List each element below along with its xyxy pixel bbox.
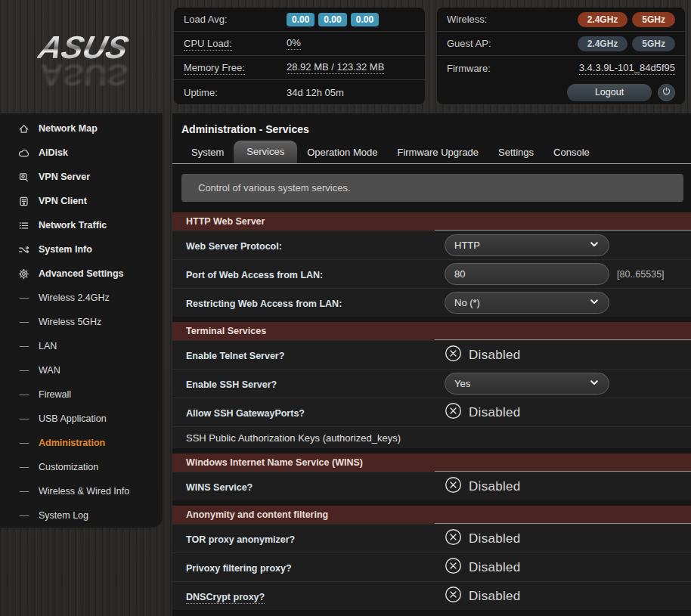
status-text: Disabled	[469, 531, 521, 546]
firmware-version: 3.4.3.9L-101_84d5f95	[579, 62, 675, 75]
text-input[interactable]	[445, 263, 609, 285]
status-row-value: 28.92 MB / 123.32 MB	[287, 61, 384, 74]
band-badge[interactable]: 2.4GHz	[578, 36, 628, 51]
sidebar-item-aidisk[interactable]: AiDisk	[0, 141, 163, 165]
logout-button[interactable]: Logout	[567, 84, 652, 101]
sidebar-item-label: VPN Client	[39, 196, 87, 206]
sidebar-item-firewall[interactable]: —Firewall	[0, 382, 163, 407]
select-control[interactable]: Yes	[445, 373, 609, 395]
section-header-rule	[435, 230, 691, 231]
settings-row: Web Server Protocol:HTTP	[172, 231, 691, 259]
settings-row: WINS Service?Disabled	[172, 472, 691, 500]
tab-operation-mode[interactable]: Operation Mode	[297, 142, 387, 163]
sidebar-item-usb-application[interactable]: —USB Application	[0, 407, 163, 431]
select-control[interactable]: No (*)	[445, 292, 609, 314]
input-range-hint: [80..65535]	[617, 269, 665, 280]
select-control[interactable]: HTTP	[445, 234, 609, 256]
chevron-down-icon	[589, 377, 600, 390]
sidebar-sub-dash: —	[18, 317, 30, 327]
sidebar-item-lan[interactable]: —LAN	[0, 334, 163, 358]
row-label-text: DNSCrypt proxy?	[186, 592, 265, 604]
row-value: Yes	[435, 373, 691, 395]
tab-firmware-upgrade[interactable]: Firmware Upgrade	[387, 142, 488, 163]
vpn-client-icon	[18, 195, 30, 207]
row-label: Privoxy filtering proxy?	[172, 561, 435, 574]
tab-services[interactable]: Services	[234, 141, 297, 163]
status-toggle[interactable]: Disabled	[445, 345, 521, 365]
sidebar-item-wireless-2-4ghz[interactable]: —Wireless 2.4GHz	[0, 286, 163, 310]
sidebar-sub-dash: —	[18, 486, 30, 497]
sidebar-item-wan[interactable]: —WAN	[0, 358, 163, 382]
section-header-label: Terminal Services	[186, 326, 266, 336]
row-value: No (*)	[435, 292, 691, 314]
status-toggle[interactable]: Disabled	[445, 557, 521, 577]
system-info-icon	[18, 243, 30, 255]
tab-settings[interactable]: Settings	[488, 142, 544, 163]
sidebar-sub-dash: —	[18, 389, 30, 400]
status-row-label: Memory Free:	[184, 62, 287, 73]
section-header-label: HTTP Web Server	[186, 216, 265, 227]
sidebar-item-advanced-settings[interactable]: Advanced Settings	[0, 262, 163, 286]
chevron-down-icon	[589, 239, 600, 252]
settings-row: Privoxy filtering proxy?Disabled	[172, 553, 691, 581]
band-badge[interactable]: 2.4GHz	[578, 12, 628, 27]
sidebar-item-label: Network Map	[39, 123, 98, 134]
sidebar-item-wireless-5ghz[interactable]: —Wireless 5GHz	[0, 310, 163, 334]
sidebar-item-label: System Info	[39, 244, 92, 255]
section-header: Terminal Services	[172, 322, 691, 340]
sidebar-item-network-map[interactable]: Network Map	[0, 116, 163, 141]
row-label-text: Allow SSH GatewayPorts?	[186, 408, 305, 419]
sidebar-item-customization[interactable]: —Customization	[0, 455, 163, 479]
tab-console[interactable]: Console	[544, 142, 600, 163]
load-avg-badge: 0.00	[351, 13, 379, 26]
sidebar-item-label: WAN	[39, 365, 60, 376]
settings-row: Port of Web Access from LAN:[80..65535]	[172, 259, 691, 288]
sidebar-item-system-log[interactable]: —System Log	[0, 503, 163, 528]
section-header: Windows Internet Name Service (WINS)	[172, 453, 691, 472]
power-icon	[662, 85, 671, 99]
status-toggle[interactable]: Disabled	[445, 528, 521, 549]
reboot-button[interactable]	[658, 84, 675, 101]
status-toggle[interactable]: Disabled	[445, 476, 521, 497]
sidebar-sub-dash: —	[18, 413, 30, 424]
settings-row: Restricting Web Access from LAN:No (*)	[172, 288, 691, 317]
wireless-row-value: 2.4GHz5GHz	[573, 36, 675, 51]
row-label-text: TOR proxy anonymizer?	[186, 534, 295, 545]
sidebar-item-wireless-wired-info[interactable]: —Wireless & Wired Info	[0, 479, 163, 503]
chevron-down-icon	[589, 296, 600, 309]
sidebar-item-system-info[interactable]: System Info	[0, 237, 163, 262]
row-label-text: Web Server Protocol:	[186, 241, 282, 252]
status-toggle[interactable]: Disabled	[445, 586, 521, 606]
status-toggle[interactable]: Disabled	[445, 402, 521, 423]
row-label: SSH Public Authorization Keys (authorize…	[172, 431, 435, 444]
sidebar-item-vpn-client[interactable]: VPN Client	[0, 189, 163, 213]
tab-system[interactable]: System	[181, 142, 234, 163]
row-label: Enable Telnet Server?	[172, 348, 435, 362]
status-row-label-text: Load Avg:	[184, 14, 228, 25]
x-circle-icon	[445, 557, 462, 577]
row-label-text: Privoxy filtering proxy?	[186, 563, 292, 574]
sidebar-item-label: Wireless & Wired Info	[39, 486, 129, 497]
sidebar-item-administration[interactable]: —Administration	[0, 431, 163, 455]
section-header-rule	[435, 339, 691, 340]
wireless-row: Guest AP:2.4GHz5GHz	[437, 32, 685, 56]
sidebar-item-label: AiDisk	[39, 147, 68, 158]
settings-section: HTTP Web ServerWeb Server Protocol:HTTPP…	[172, 212, 691, 317]
settings-row: Enable Telnet Server?Disabled	[172, 340, 691, 369]
row-label: DNSCrypt proxy?	[172, 590, 435, 603]
asus-logo-reflection: ASUS	[17, 59, 150, 91]
wireless-status-panel: Wireless:2.4GHz5GHzGuest AP:2.4GHz5GHzFi…	[437, 8, 685, 104]
status-text: Disabled	[469, 479, 521, 494]
section-header-rule	[435, 523, 691, 524]
status-text: Disabled	[469, 560, 521, 575]
vpn-server-icon	[18, 171, 30, 183]
band-badge[interactable]: 5GHz	[632, 36, 675, 51]
wireless-row: Wireless:2.4GHz5GHz	[437, 8, 685, 32]
home-icon	[18, 122, 30, 135]
sidebar-item-vpn-server[interactable]: VPN Server	[0, 165, 163, 189]
band-badge[interactable]: 5GHz	[632, 12, 675, 27]
sidebar-item-network-traffic[interactable]: Network Traffic	[0, 213, 163, 237]
x-circle-icon	[445, 402, 462, 423]
select-value: Yes	[454, 378, 470, 389]
row-value: Disabled	[435, 586, 691, 606]
